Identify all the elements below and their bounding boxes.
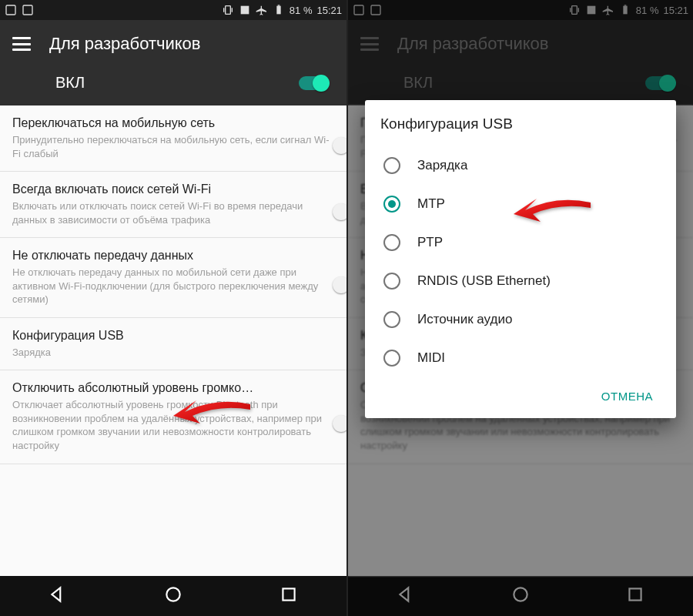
radio-option-rndis[interactable]: RNDIS (USB Ethernet): [380, 262, 667, 300]
nav-bar: [0, 576, 346, 616]
svg-rect-5: [277, 5, 280, 5]
page-title: Для разработчиков: [49, 34, 201, 54]
svg-rect-1: [23, 5, 32, 15]
nav-recents-icon[interactable]: [279, 584, 299, 608]
setting-switch-to-cellular[interactable]: Переключаться на мобильную сеть Принудит…: [0, 105, 346, 172]
menu-icon[interactable]: [12, 37, 31, 51]
radio-label: Зарядка: [417, 158, 467, 173]
setting-keep-data[interactable]: Не отключать передачу данных Не отключат…: [0, 238, 346, 318]
setting-abs-volume[interactable]: Отключить абсолютный уровень громко… Отк…: [0, 370, 346, 464]
radio-icon: [383, 157, 400, 174]
battery-pct: 81 %: [290, 5, 313, 16]
nav-home-icon[interactable]: [163, 584, 183, 608]
airplane-icon: [256, 4, 268, 16]
setting-wifi-scan[interactable]: Всегда включать поиск сетей Wi-Fi Включа…: [0, 172, 346, 238]
svg-rect-3: [240, 6, 249, 15]
svg-rect-7: [283, 588, 294, 600]
notif-icon-2: [22, 4, 34, 16]
svg-rect-4: [276, 6, 280, 15]
nfc-icon: [239, 4, 251, 16]
svg-rect-0: [6, 5, 15, 15]
battery-icon: [273, 4, 285, 16]
dialog-title: Конфигурация USB: [380, 116, 667, 132]
master-toggle-row[interactable]: ВКЛ: [0, 63, 346, 105]
radio-option-charging[interactable]: Зарядка: [380, 146, 667, 185]
app-bar: Для разработчиков: [0, 20, 346, 63]
radio-label: MIDI: [417, 350, 445, 366]
radio-option-midi[interactable]: MIDI: [380, 339, 667, 377]
radio-icon: [383, 311, 400, 328]
radio-icon: [383, 234, 400, 251]
settings-list: Переключаться на мобильную сеть Принудит…: [0, 105, 346, 576]
notif-icon-1: [5, 4, 17, 16]
setting-usb-config[interactable]: Конфигурация USB Зарядка: [0, 318, 346, 371]
radio-icon: [383, 273, 400, 290]
radio-icon: [383, 350, 400, 367]
master-toggle-switch[interactable]: [299, 76, 328, 90]
cancel-button[interactable]: ОТМЕНА: [592, 383, 662, 409]
clock: 15:21: [316, 5, 342, 16]
radio-option-ptp[interactable]: PTP: [380, 223, 667, 262]
radio-label: MTP: [417, 196, 445, 212]
master-toggle-label: ВКЛ: [55, 74, 85, 92]
usb-config-dialog: Конфигурация USB Зарядка MTP PTP RNDIS (…: [365, 100, 676, 418]
radio-icon: [383, 196, 400, 213]
svg-rect-2: [225, 6, 230, 15]
nav-back-icon[interactable]: [48, 584, 68, 608]
phone-right: 81 % 15:21 Для разработчиков ВКЛ Переклю…: [346, 0, 693, 616]
radio-label: RNDIS (USB Ethernet): [417, 273, 551, 289]
radio-label: PTP: [417, 235, 443, 250]
radio-option-mtp[interactable]: MTP: [380, 185, 667, 223]
vibrate-icon: [222, 4, 234, 16]
status-bar: 81 % 15:21: [0, 0, 346, 20]
radio-option-audio[interactable]: Источник аудио: [380, 300, 667, 339]
svg-point-6: [166, 588, 179, 601]
radio-label: Источник аудио: [417, 312, 512, 327]
phone-left: 81 % 15:21 Для разработчиков ВКЛ Переклю…: [0, 0, 346, 616]
